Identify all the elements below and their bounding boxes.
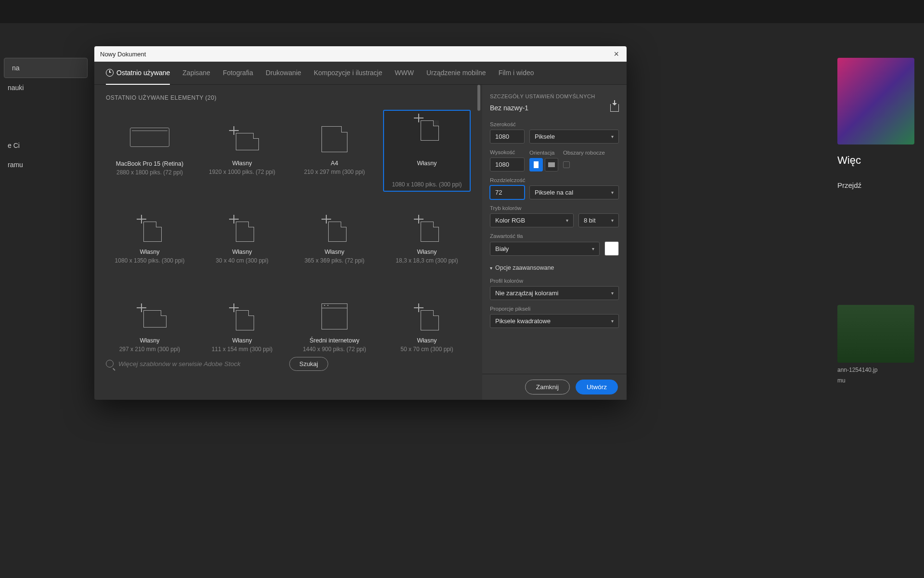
- resolution-input[interactable]: [490, 185, 525, 199]
- color-mode-select[interactable]: Kolor RGB▾: [490, 213, 574, 227]
- preset-dimensions: 365 x 369 piks. (72 ppi): [305, 257, 365, 264]
- chevron-down-icon: ▾: [490, 265, 492, 271]
- preset-item[interactable]: Własny50 x 70 cm (300 ppi): [383, 287, 471, 369]
- custom-preset-icon: [414, 215, 440, 241]
- tab-saved[interactable]: Zapisane: [182, 62, 210, 85]
- bg-caption: ann-1254140.jp: [837, 367, 924, 373]
- search-placeholder[interactable]: Więcej szablonów w serwisie Adobe Stock: [118, 360, 241, 368]
- height-input[interactable]: [490, 158, 525, 171]
- chevron-down-icon: ▾: [611, 134, 614, 139]
- preset-name: Własny: [417, 249, 437, 255]
- tab-label: Ostatnio używane: [116, 69, 170, 77]
- pixel-ratio-value: Piksele kwadratowe: [495, 317, 551, 325]
- preset-dimensions: 1080 x 1080 piks. (300 ppi): [392, 181, 462, 188]
- custom-preset-icon: [414, 114, 440, 140]
- units-value: Piksele: [535, 133, 555, 140]
- preset-item[interactable]: A4210 x 297 mm (300 ppi): [291, 110, 378, 192]
- height-label: Wysokość: [490, 149, 525, 155]
- preset-item[interactable]: Własny18,3 x 18,3 cm (300 ppi): [383, 198, 471, 280]
- tab-art[interactable]: Kompozycje i ilustracje: [314, 62, 382, 85]
- orientation-landscape[interactable]: [545, 158, 558, 171]
- pixel-ratio-select[interactable]: Piksele kwadratowe▾: [490, 314, 619, 328]
- color-profile-select[interactable]: Nie zarządzaj kolorami▾: [490, 286, 619, 300]
- close-button[interactable]: Zamknij: [525, 380, 570, 394]
- preset-name: Własny: [140, 337, 160, 344]
- custom-preset-icon: [137, 215, 163, 241]
- preset-name: Własny: [232, 249, 252, 255]
- preset-item[interactable]: Własny1080 x 1350 piks. (300 ppi): [106, 198, 193, 280]
- chevron-down-icon: ▾: [611, 290, 614, 296]
- preset-dimensions: 1080 x 1350 piks. (300 ppi): [115, 257, 185, 264]
- preset-details-panel: SZCZEGÓŁY USTAWIEŃ DOMYŚLNYCH Bez nazwy-…: [482, 85, 627, 400]
- search-row: Więcej szablonów w serwisie Adobe Stock …: [106, 354, 328, 374]
- preset-item[interactable]: Własny365 x 369 piks. (72 ppi): [291, 198, 378, 280]
- width-label: Szerokość: [490, 121, 619, 127]
- scrollbar[interactable]: [477, 85, 480, 111]
- new-document-dialog: Nowy Dokument × Ostatnio używane Zapisan…: [94, 46, 627, 400]
- category-tabs: Ostatnio używane Zapisane Fotografia Dru…: [94, 62, 627, 85]
- tab-print[interactable]: Drukowanie: [266, 62, 301, 85]
- laptop-icon: [128, 126, 171, 153]
- details-heading: SZCZEGÓŁY USTAWIEŃ DOMYŚLNYCH: [490, 93, 619, 99]
- sidebar-item[interactable]: e Ci: [0, 136, 91, 155]
- preset-name: A4: [331, 160, 338, 167]
- color-mode-value: Kolor RGB: [495, 217, 525, 224]
- sidebar-item[interactable]: nauki: [0, 78, 91, 97]
- background-value: Biały: [495, 245, 509, 252]
- preset-dimensions: 1920 x 1000 piks. (72 ppi): [209, 169, 275, 175]
- preset-name: Własny: [325, 249, 345, 255]
- sidebar-item[interactable]: na: [4, 58, 88, 78]
- preset-name: Średni internetowy: [309, 337, 359, 344]
- color-profile-label: Profil kolorów: [490, 278, 619, 284]
- resolution-label: Rozdzielczość: [490, 177, 619, 183]
- advanced-toggle[interactable]: ▾ Opcje zaawansowane: [490, 264, 619, 271]
- preset-dimensions: 30 x 40 cm (300 ppi): [216, 257, 268, 264]
- orientation-label: Orientacja: [529, 150, 558, 156]
- artboards-checkbox[interactable]: [563, 161, 570, 168]
- bg-right-panel: Więc Przejdź ann-1254140.jp mu: [837, 58, 924, 491]
- custom-preset-icon: [414, 303, 440, 329]
- tab-mobile[interactable]: Urządzenie mobilne: [426, 62, 486, 85]
- preset-name: Własny: [232, 160, 252, 167]
- color-profile-value: Nie zarządzaj kolorami: [495, 289, 559, 297]
- close-icon[interactable]: ×: [612, 49, 621, 59]
- preset-dimensions: 18,3 x 18,3 cm (300 ppi): [396, 257, 458, 264]
- custom-preset-icon: [229, 215, 255, 241]
- chevron-down-icon: ▾: [592, 246, 594, 251]
- tab-film[interactable]: Film i wideo: [499, 62, 534, 85]
- background-select[interactable]: Biały▾: [490, 242, 600, 256]
- tab-photo[interactable]: Fotografia: [223, 62, 253, 85]
- preset-dimensions: 297 x 210 mm (300 ppi): [119, 346, 180, 353]
- preset-name: Własny: [232, 337, 252, 344]
- preset-name: Własny: [417, 160, 437, 167]
- preset-item[interactable]: Własny1920 x 1000 piks. (72 ppi): [198, 110, 286, 192]
- advanced-label: Opcje zaawansowane: [495, 264, 554, 271]
- color-mode-label: Tryb kolorów: [490, 205, 619, 211]
- preset-dimensions: 1440 x 900 piks. (72 ppi): [303, 346, 366, 353]
- units-select[interactable]: Piksele▾: [529, 130, 619, 144]
- background-label: Zawartość tła: [490, 233, 619, 239]
- custom-preset-icon: [137, 303, 163, 329]
- search-button[interactable]: Szukaj: [289, 357, 328, 371]
- sidebar-item[interactable]: ramu: [0, 155, 91, 174]
- resolution-units-select[interactable]: Piksele na cal▾: [529, 185, 619, 199]
- preset-item[interactable]: MacBook Pro 15 (Retina)2880 x 1800 piks.…: [106, 110, 193, 192]
- tab-recent[interactable]: Ostatnio używane: [106, 62, 170, 85]
- preset-item[interactable]: Własny30 x 40 cm (300 ppi): [198, 198, 286, 280]
- app-sidebar: na nauki e Ci ramu: [0, 58, 91, 174]
- preset-name: Własny: [140, 249, 160, 255]
- create-button[interactable]: Utwórz: [576, 380, 618, 394]
- document-name[interactable]: Bez nazwy-1: [490, 104, 606, 112]
- presets-heading: OSTATNIO UŻYWANE ELEMENTY (20): [106, 94, 471, 101]
- bit-depth-select[interactable]: 8 bit▾: [578, 213, 619, 227]
- tab-web[interactable]: WWW: [395, 62, 414, 85]
- preset-dimensions: 2880 x 1800 piks. (72 ppi): [116, 169, 183, 176]
- orientation-portrait[interactable]: [529, 158, 543, 171]
- browser-icon: [321, 303, 347, 329]
- background-swatch[interactable]: [604, 241, 619, 256]
- resolution-units-value: Piksele na cal: [535, 189, 573, 196]
- preset-item[interactable]: Własny1080 x 1080 piks. (300 ppi): [383, 110, 471, 192]
- save-preset-icon[interactable]: [610, 104, 619, 112]
- dialog-title: Nowy Dokument: [100, 51, 146, 58]
- width-input[interactable]: [490, 130, 525, 144]
